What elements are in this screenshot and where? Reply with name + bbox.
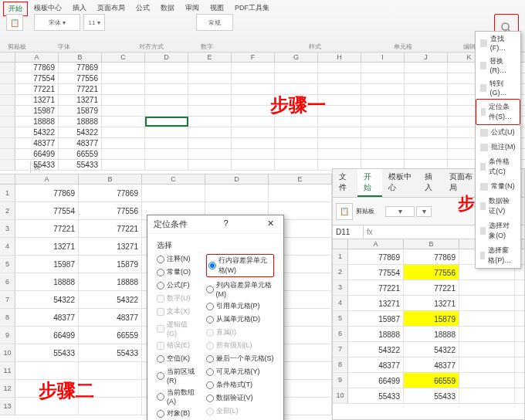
cell[interactable] [232, 84, 275, 94]
cell[interactable] [145, 73, 188, 83]
cell[interactable]: 77556 [59, 73, 102, 83]
row-header[interactable]: 10 [0, 344, 15, 361]
cell[interactable] [275, 63, 318, 73]
cell[interactable] [318, 63, 361, 73]
tab-8[interactable]: PDF工具集 [230, 2, 274, 16]
cell[interactable]: 13271 [79, 238, 142, 255]
cell[interactable]: 66559 [79, 327, 142, 344]
row-header[interactable]: 6 [0, 273, 15, 290]
cell[interactable] [102, 117, 145, 127]
cell[interactable]: 13271 [15, 238, 79, 255]
dd-item-4[interactable]: 公式(U) [476, 125, 520, 140]
cell[interactable]: 15987 [15, 256, 79, 273]
cell[interactable] [102, 127, 145, 137]
row-header[interactable]: 3 [0, 220, 15, 237]
cell[interactable]: 15987 [15, 106, 59, 116]
cell[interactable] [145, 95, 188, 105]
fx-icon-p3[interactable]: fx [364, 228, 376, 236]
row-header[interactable]: 2 [333, 265, 348, 279]
col-header[interactable]: E [269, 174, 332, 184]
row-header[interactable]: 1 [333, 249, 348, 264]
radio-left-0[interactable]: 注释(N) [157, 254, 197, 264]
cell[interactable] [269, 185, 332, 202]
col-header[interactable]: C [142, 174, 205, 184]
row-header[interactable]: 8 [333, 357, 348, 372]
cell[interactable] [102, 63, 145, 73]
cell[interactable]: 55433 [404, 388, 459, 403]
cell[interactable] [361, 63, 405, 73]
cell[interactable] [142, 185, 205, 202]
dd-item-3[interactable]: 定位条件(S)… [476, 99, 520, 125]
col-header[interactable]: A [15, 174, 79, 184]
cell[interactable]: 77221 [404, 280, 459, 295]
dd-item-2[interactable]: 转到(G)… [476, 76, 520, 99]
dd-item-9[interactable]: 选择对象(O) [476, 218, 520, 243]
font-size[interactable]: 11 ▾ [83, 14, 105, 31]
col-header[interactable]: B [79, 174, 142, 184]
cell[interactable]: 54322 [59, 127, 102, 137]
cell[interactable] [405, 63, 448, 73]
cell[interactable] [275, 149, 318, 159]
col-header[interactable]: A [348, 239, 404, 249]
cell[interactable]: 77556 [79, 202, 142, 219]
cell[interactable] [232, 63, 275, 73]
cell[interactable]: 77221 [348, 280, 404, 295]
tab-4[interactable]: 公式 [131, 2, 154, 16]
cell[interactable] [232, 95, 275, 105]
col-header[interactable]: B [404, 239, 459, 249]
cell[interactable]: 77869 [15, 63, 59, 73]
cell[interactable] [232, 138, 275, 148]
radio-right-6[interactable]: 最后一个单元格(S) [206, 354, 274, 364]
cell[interactable]: 48377 [79, 309, 142, 326]
cell[interactable] [405, 127, 448, 137]
cell[interactable] [405, 73, 448, 83]
cell[interactable]: 15879 [79, 256, 142, 273]
cell[interactable] [232, 149, 275, 159]
cell[interactable]: 77554 [15, 73, 59, 83]
cell[interactable] [205, 185, 269, 202]
cell[interactable] [188, 149, 232, 159]
cell[interactable]: 66499 [15, 149, 59, 159]
row-header[interactable]: 2 [0, 202, 15, 219]
dd-item-10[interactable]: 选择窗格(P)… [476, 243, 520, 268]
row-header[interactable]: 4 [0, 238, 15, 255]
cell[interactable]: 54322 [15, 127, 59, 137]
row-header[interactable]: 7 [333, 342, 348, 357]
dd-item-5[interactable]: 批注(M) [476, 140, 520, 154]
cell[interactable] [405, 138, 448, 148]
cell[interactable] [145, 84, 188, 94]
cell[interactable] [145, 117, 188, 127]
cell[interactable]: 77869 [15, 185, 79, 202]
cell[interactable] [232, 73, 275, 83]
cell[interactable] [361, 138, 405, 148]
cell[interactable]: 15987 [348, 311, 404, 326]
cell[interactable] [318, 127, 361, 137]
cell[interactable] [361, 149, 405, 159]
cell[interactable]: 48377 [348, 357, 404, 372]
cell[interactable]: 77554 [15, 202, 79, 219]
radio-right-3[interactable]: 从属单元格(D) [206, 314, 274, 324]
row-header[interactable]: 9 [0, 327, 15, 344]
cell[interactable] [232, 106, 275, 116]
cell[interactable] [361, 84, 405, 94]
row-header[interactable]: 12 [0, 380, 15, 397]
radio-right-8[interactable]: 条件格式(T) [206, 380, 274, 390]
radio-right-1[interactable]: 列内容差异单元格(M) [206, 280, 274, 298]
cell[interactable]: 77869 [59, 63, 102, 73]
cell[interactable]: 48377 [404, 357, 459, 372]
col-header[interactable]: I [361, 52, 405, 62]
cell[interactable] [102, 95, 145, 105]
radio-left-10[interactable]: 对象(B) [157, 408, 197, 418]
cell[interactable]: 77221 [59, 84, 102, 94]
cell[interactable]: 77869 [404, 249, 459, 264]
cell[interactable] [188, 84, 232, 94]
cell[interactable]: 55433 [15, 160, 59, 170]
cell[interactable]: 13271 [15, 95, 59, 105]
row-header[interactable]: 7 [0, 291, 15, 308]
cell[interactable]: 54322 [404, 342, 459, 357]
col-header[interactable]: E [188, 52, 232, 62]
radio-left-9[interactable]: 当前数组(A) [157, 388, 197, 405]
cell[interactable]: 55433 [59, 160, 102, 170]
cell[interactable] [102, 138, 145, 148]
cell[interactable]: 13271 [404, 296, 459, 310]
